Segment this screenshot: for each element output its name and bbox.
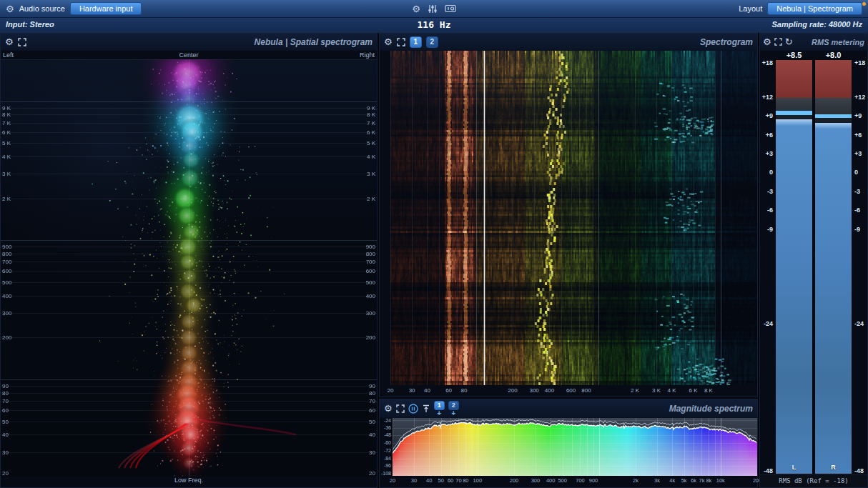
spatial-panel-header: ⚙ Nebula | Spatial spectrogram (1, 34, 377, 51)
tick-label: 3k (654, 477, 660, 484)
tick-label: 300 (529, 387, 538, 394)
pause-circle-icon[interactable] (408, 404, 418, 414)
magnitude-panel-header: ⚙ 1 + 2 + Magnitude spectrum (380, 399, 757, 418)
rms-panel-header: ⚙ ↻ RMS metering (760, 34, 867, 51)
curve-2-group: 2 + (448, 401, 459, 417)
rms-metering-panel: ⚙ ↻ RMS metering +8.5 +8.0 +18+12+9+6+30… (759, 33, 868, 488)
pan-axis-right-label: Right (360, 51, 375, 59)
reset-icon[interactable]: ↻ (785, 37, 793, 46)
snap-to-top-icon[interactable] (422, 404, 430, 413)
pan-axis-left-label: Left (3, 51, 14, 59)
magnitude-spectrum-display[interactable] (393, 418, 757, 476)
add-curve-2-button[interactable]: + (451, 410, 455, 417)
rms-value-right: +8.0 (814, 51, 853, 59)
tick-label: 30 (409, 387, 415, 394)
spectrogram-display[interactable] (390, 51, 757, 385)
center-toolbar: ⚙ (412, 4, 456, 14)
gear-icon[interactable]: ⚙ (384, 404, 393, 413)
tick-label: +18 (854, 59, 865, 66)
tick-label: -60 (384, 440, 391, 445)
tick-label: 20 (390, 477, 395, 484)
tick-label: 4 K (667, 387, 676, 394)
magnitude-spectrum-panel: ⚙ 1 + 2 + Magnitude spectrum -24-36-48-6… (379, 399, 758, 488)
spectrogram-panel-title: Spectrogram (700, 37, 753, 47)
tick-label: 60 (448, 477, 453, 484)
spatial-spectrogram-canvas[interactable] (1, 59, 377, 477)
processing-gear-icon[interactable]: ⚙ (412, 4, 420, 14)
tick-label: +9 (766, 112, 773, 119)
tick-label: 8k (706, 477, 711, 484)
gear-icon[interactable]: ⚙ (384, 37, 393, 46)
rms-scale-right: +18+12+9+6+30-3-6-9-24-48 (854, 59, 866, 474)
tick-label: 8 K (704, 387, 713, 394)
curve-2-button[interactable]: 2 (448, 401, 459, 410)
sampling-rate-label: Sampling rate: 48000 Hz (771, 20, 862, 29)
gear-icon[interactable]: ⚙ (763, 37, 771, 46)
tick-label: 300 (531, 477, 541, 484)
fullscreen-icon[interactable] (396, 404, 405, 413)
view-2-button[interactable]: 2 (426, 36, 438, 48)
tick-label: 7k (699, 477, 705, 484)
tick-label: 3 K (652, 387, 661, 394)
tick-label: 0 (854, 169, 858, 176)
tick-label: 70 (455, 477, 461, 484)
spatial-panel-title: Nebula | Spatial spectrogram (255, 37, 373, 47)
tick-label: 5k (681, 477, 687, 484)
fullscreen-icon[interactable] (397, 38, 405, 46)
tick-label: -48 (384, 432, 391, 437)
settings-gear-icon[interactable]: ⚙ (6, 4, 14, 14)
rms-meter-right[interactable]: R (814, 59, 852, 474)
magnitude-db-axis: -24-36-48-60-72-84-96-108 (380, 418, 392, 476)
tick-label: -3 (854, 188, 860, 195)
magnitude-spectrum-canvas[interactable] (393, 418, 757, 476)
curve-1-group: 1 + (434, 401, 445, 417)
tick-label: 80 (460, 387, 467, 394)
view-1-button[interactable]: 1 (410, 36, 422, 48)
status-bar: Input: Stereo 116 Hz Sampling rate: 4800… (0, 18, 868, 33)
audio-source-label: Audio source (19, 4, 65, 13)
tick-label: 500 (558, 477, 567, 484)
tick-label: 600 (566, 387, 576, 394)
tick-label: 20 (388, 387, 394, 394)
low-freq-axis-label: Low Freq. (1, 477, 377, 487)
add-curve-1-button[interactable]: + (437, 410, 441, 417)
tick-label: -48 (854, 467, 864, 474)
cursor-frequency-readout: 116 Hz (418, 19, 451, 30)
tick-label: 60 (445, 387, 452, 394)
notification-dot (862, 2, 866, 6)
fullscreen-icon[interactable] (18, 38, 26, 46)
magnitude-panel-title: Magnitude spectrum (669, 404, 753, 414)
tick-label: +9 (854, 112, 862, 119)
tick-label: -24 (384, 418, 391, 423)
spectrogram-panel-header: ⚙ 1 2 Spectrogram (380, 34, 757, 51)
tick-label: 40 (426, 477, 432, 484)
tick-label: 30 (411, 477, 417, 484)
gear-icon[interactable]: ⚙ (5, 37, 14, 46)
filters-icon[interactable] (428, 4, 438, 14)
tick-label: 700 (576, 477, 585, 484)
magnitude-frequency-axis: 203040506070801002003004005007009002k3k4… (380, 476, 757, 486)
tick-label: -9 (767, 226, 773, 233)
rms-meter-left[interactable]: L (775, 59, 813, 474)
curve-1-button[interactable]: 1 (434, 401, 445, 410)
rms-meter-area: +18+12+9+6+30-3-6-9-24-48 L R +18+12+9+6… (760, 59, 867, 474)
layout-group: Layout Nebula | Spectrogram (456, 2, 862, 15)
io-routing-icon[interactable] (445, 4, 456, 13)
tick-label: 2 K (631, 387, 639, 394)
spectrogram-canvas[interactable] (390, 51, 757, 385)
tick-label: 2k (633, 477, 638, 484)
layout-label: Layout (739, 4, 762, 13)
layout-preset-button[interactable]: Nebula | Spectrogram (767, 2, 862, 15)
rms-reference-footer: RMS dB (Ref = -18) (760, 474, 867, 487)
tick-label: +12 (762, 94, 773, 101)
tick-label: 4k (669, 477, 675, 484)
tick-label: -36 (384, 425, 391, 430)
top-bar: ⚙ Audio source Hardware input ⚙ Layout N… (0, 0, 868, 18)
rms-panel-title: RMS metering (812, 38, 864, 46)
fullscreen-icon[interactable] (774, 38, 782, 46)
hardware-input-button[interactable]: Hardware input (70, 2, 142, 15)
tick-label: 80 (463, 477, 468, 484)
rms-value-readouts: +8.5 +8.0 (760, 51, 867, 59)
tick-label: 6 K (689, 387, 698, 394)
spatial-spectrogram-display[interactable]: 9 K8 K7 K6 K5 K4 K3 K2 K9008007006005004… (1, 59, 377, 477)
